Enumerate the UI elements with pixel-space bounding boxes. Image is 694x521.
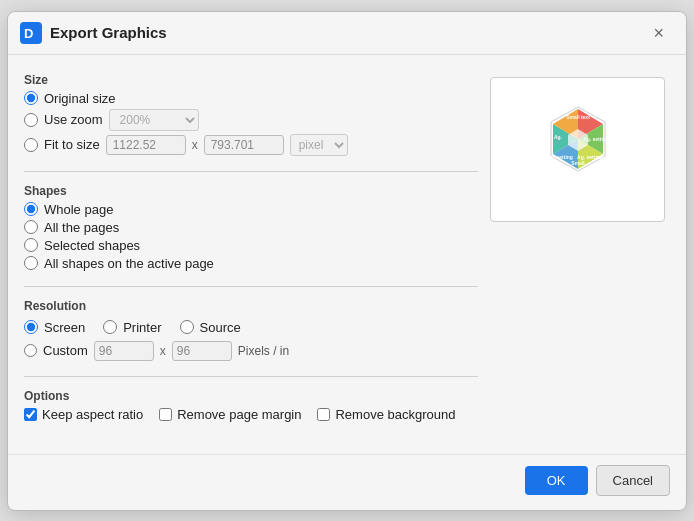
- resolution-printer-label: Printer: [123, 320, 161, 335]
- size-fit-row: Fit to size x pixel: [24, 134, 478, 156]
- resolution-x-separator: x: [160, 344, 166, 358]
- remove-margin-row: Remove page margin: [159, 407, 301, 422]
- keep-aspect-row: Keep aspect ratio: [24, 407, 143, 422]
- resolution-custom-x-input: [94, 341, 154, 361]
- resolution-options-row: Screen Printer Source: [24, 317, 478, 338]
- options-section-label: Options: [24, 389, 478, 403]
- preview-box: Small text Ag. setting Ag. setting Small…: [490, 77, 665, 222]
- shapes-section: Shapes Whole page All the pages Selected…: [24, 178, 478, 274]
- export-graphics-dialog: D Export Graphics × Size Original size U…: [7, 11, 687, 511]
- svg-text:Small: Small: [571, 160, 585, 166]
- shapes-selected-radio[interactable]: [24, 238, 38, 252]
- fit-height-input: [204, 135, 284, 155]
- resolution-screen-radio[interactable]: [24, 320, 38, 334]
- shapes-section-label: Shapes: [24, 184, 478, 198]
- shapes-active-label: All shapes on the active page: [44, 256, 214, 271]
- shapes-whole-label: Whole page: [44, 202, 113, 217]
- options-section: Options Keep aspect ratio Remove page ma…: [24, 383, 478, 426]
- size-section: Size Original size Use zoom 200% Fit to …: [24, 67, 478, 159]
- resolution-screen-row: Screen: [24, 320, 85, 335]
- shapes-selected-row: Selected shapes: [24, 238, 478, 253]
- dialog-footer: OK Cancel: [8, 454, 686, 510]
- close-button[interactable]: ×: [647, 22, 670, 44]
- svg-text:Ag.: Ag.: [553, 134, 562, 140]
- svg-text:Ag. setting: Ag. setting: [547, 154, 573, 160]
- options-row: Keep aspect ratio Remove page margin Rem…: [24, 407, 478, 422]
- remove-margin-label: Remove page margin: [177, 407, 301, 422]
- size-zoom-row: Use zoom 200%: [24, 109, 478, 131]
- size-original-radio[interactable]: [24, 91, 38, 105]
- resolution-custom-row: Custom x Pixels / in: [24, 341, 478, 361]
- title-bar: D Export Graphics ×: [8, 12, 686, 55]
- remove-margin-checkbox[interactable]: [159, 408, 172, 421]
- shapes-allpages-label: All the pages: [44, 220, 119, 235]
- size-section-label: Size: [24, 73, 478, 87]
- left-panel: Size Original size Use zoom 200% Fit to …: [24, 67, 478, 442]
- resolution-section-label: Resolution: [24, 299, 478, 313]
- resolution-printer-radio[interactable]: [103, 320, 117, 334]
- dialog-title: Export Graphics: [50, 24, 167, 41]
- remove-bg-row: Remove background: [317, 407, 455, 422]
- size-zoom-radio[interactable]: [24, 113, 38, 127]
- keep-aspect-label: Keep aspect ratio: [42, 407, 143, 422]
- fit-width-input: [106, 135, 186, 155]
- dialog-body: Size Original size Use zoom 200% Fit to …: [8, 55, 686, 454]
- preview-chart: Small text Ag. setting Ag. setting Small…: [518, 89, 638, 209]
- shapes-whole-radio[interactable]: [24, 202, 38, 216]
- app-icon: D: [20, 22, 42, 44]
- unit-select: pixel: [290, 134, 348, 156]
- title-bar-left: D Export Graphics: [20, 22, 167, 44]
- keep-aspect-checkbox[interactable]: [24, 408, 37, 421]
- shapes-allpages-row: All the pages: [24, 220, 478, 235]
- zoom-select: 200%: [109, 109, 199, 131]
- resolution-section: Resolution Screen Printer Source: [24, 293, 478, 364]
- ok-button[interactable]: OK: [525, 466, 588, 495]
- right-panel: Small text Ag. setting Ag. setting Small…: [490, 67, 670, 442]
- resolution-printer-row: Printer: [103, 320, 161, 335]
- resolution-custom-radio[interactable]: [24, 344, 37, 357]
- shapes-active-row: All shapes on the active page: [24, 256, 478, 271]
- shapes-selected-label: Selected shapes: [44, 238, 140, 253]
- size-zoom-label: Use zoom: [44, 112, 103, 127]
- shapes-active-radio[interactable]: [24, 256, 38, 270]
- size-original-row: Original size: [24, 91, 478, 106]
- resolution-source-radio[interactable]: [180, 320, 194, 334]
- size-original-label: Original size: [44, 91, 116, 106]
- remove-bg-label: Remove background: [335, 407, 455, 422]
- svg-text:Small text: Small text: [566, 114, 590, 120]
- cancel-button[interactable]: Cancel: [596, 465, 670, 496]
- resolution-custom-label: Custom: [43, 343, 88, 358]
- resolution-source-label: Source: [200, 320, 241, 335]
- resolution-custom-y-input: [172, 341, 232, 361]
- resolution-source-row: Source: [180, 320, 241, 335]
- size-fit-label: Fit to size: [44, 137, 100, 152]
- shapes-whole-row: Whole page: [24, 202, 478, 217]
- remove-bg-checkbox[interactable]: [317, 408, 330, 421]
- shapes-allpages-radio[interactable]: [24, 220, 38, 234]
- resolution-screen-label: Screen: [44, 320, 85, 335]
- size-fit-radio[interactable]: [24, 138, 38, 152]
- x-separator: x: [192, 138, 198, 152]
- svg-text:D: D: [24, 26, 33, 41]
- resolution-unit-label: Pixels / in: [238, 344, 289, 358]
